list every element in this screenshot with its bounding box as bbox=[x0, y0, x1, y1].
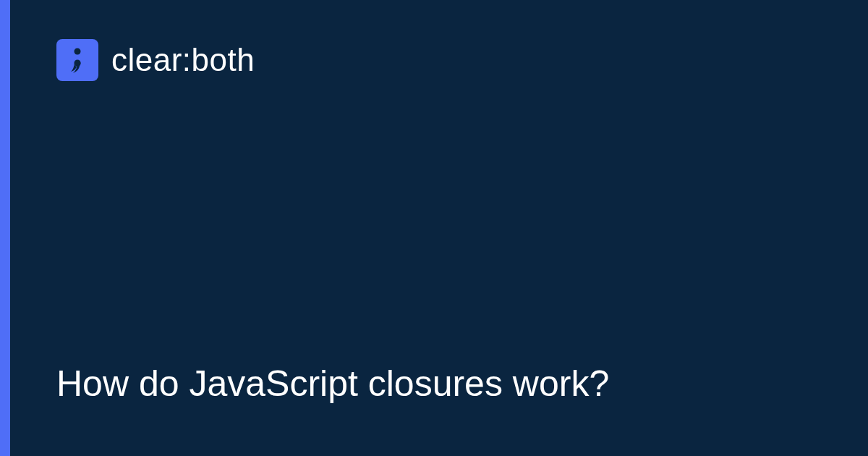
page-title: How do JavaScript closures work? bbox=[56, 362, 817, 413]
svg-point-1 bbox=[75, 60, 81, 67]
logo: clear:both bbox=[56, 39, 817, 81]
brand-name: clear:both bbox=[111, 42, 255, 78]
content-area: clear:both How do JavaScript closures wo… bbox=[0, 0, 868, 456]
logo-mark-icon bbox=[56, 39, 98, 81]
semicolon-icon bbox=[70, 46, 85, 75]
svg-point-0 bbox=[75, 48, 81, 55]
